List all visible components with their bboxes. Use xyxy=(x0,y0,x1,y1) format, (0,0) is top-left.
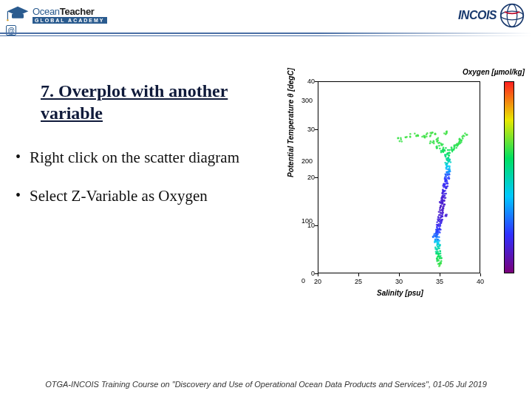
svg-point-383 xyxy=(449,152,451,154)
plot-area xyxy=(318,81,480,273)
svg-point-3 xyxy=(7,19,8,21)
incois-text: INCOIS xyxy=(458,9,497,22)
svg-point-231 xyxy=(438,248,440,250)
slide-footer: OTGA-INCOIS Training Course on "Discover… xyxy=(0,380,532,389)
svg-point-293 xyxy=(441,197,443,200)
svg-point-170 xyxy=(429,135,432,137)
svg-point-396 xyxy=(459,140,461,143)
svg-point-6 xyxy=(507,4,517,27)
svg-point-309 xyxy=(445,183,447,185)
svg-point-282 xyxy=(439,208,441,211)
svg-point-284 xyxy=(440,205,443,207)
svg-point-182 xyxy=(399,140,401,143)
gradcap-icon: @ xyxy=(6,4,30,25)
svg-point-388 xyxy=(457,145,459,147)
svg-point-150 xyxy=(448,154,450,157)
svg-point-168 xyxy=(436,138,438,140)
x-tick-label: 40 xyxy=(477,278,484,285)
svg-point-329 xyxy=(446,171,449,173)
svg-point-412 xyxy=(442,200,444,202)
colorbar-tick-label: 100 xyxy=(301,217,318,225)
svg-point-173 xyxy=(426,134,428,136)
colorbar-tick-label: 300 xyxy=(301,97,318,104)
svg-point-353 xyxy=(440,151,443,154)
svg-point-334 xyxy=(449,167,451,169)
colorbar-tick-label: 200 xyxy=(301,157,318,165)
incois-logo: INCOIS xyxy=(458,3,525,28)
x-tick-label: 30 xyxy=(395,278,403,285)
svg-point-186 xyxy=(397,137,399,140)
list-item: Select Z-Variable as Oxygen xyxy=(13,186,279,205)
svg-point-345 xyxy=(447,157,449,160)
svg-point-413 xyxy=(440,201,443,203)
svg-point-225 xyxy=(437,253,440,255)
svg-point-184 xyxy=(400,137,402,140)
svg-point-16 xyxy=(439,258,441,260)
svg-point-354 xyxy=(443,151,445,153)
y-tick-label: 40 xyxy=(304,78,315,85)
svg-point-30 xyxy=(435,251,437,253)
svg-point-52 xyxy=(439,232,441,234)
svg-point-414 xyxy=(441,203,443,205)
svg-point-216 xyxy=(440,262,442,264)
svg-point-348 xyxy=(445,155,447,157)
svg-point-224 xyxy=(439,250,441,252)
svg-point-192 xyxy=(451,148,453,150)
svg-point-269 xyxy=(437,218,439,220)
svg-point-401 xyxy=(435,229,437,231)
svg-point-233 xyxy=(434,247,437,249)
svg-point-204 xyxy=(459,138,461,140)
svg-point-70 xyxy=(440,216,442,219)
svg-point-366 xyxy=(432,142,434,144)
svg-point-363 xyxy=(429,140,432,143)
svg-point-120 xyxy=(448,176,450,178)
svg-point-311 xyxy=(447,185,449,188)
svg-point-306 xyxy=(443,190,446,192)
svg-point-210 xyxy=(463,135,466,137)
chart-title: Oxygen [µmol/kg] xyxy=(463,68,525,76)
svg-point-375 xyxy=(409,136,412,138)
svg-point-418 xyxy=(433,234,435,236)
oceanteacher-logo: @ OceanTeacher GLOBAL ACADEMY xyxy=(6,4,107,25)
y-tick-label: 20 xyxy=(304,174,315,181)
svg-point-239 xyxy=(434,240,436,242)
svg-point-264 xyxy=(438,223,440,225)
svg-point-228 xyxy=(435,253,437,255)
svg-point-226 xyxy=(437,250,439,253)
svg-point-276 xyxy=(440,212,442,214)
svg-point-308 xyxy=(445,186,447,188)
svg-point-382 xyxy=(451,149,454,151)
svg-point-84 xyxy=(440,207,442,209)
svg-point-342 xyxy=(449,159,451,161)
svg-point-386 xyxy=(455,147,457,149)
svg-point-24 xyxy=(440,255,442,257)
svg-point-177 xyxy=(417,134,420,137)
svg-point-420 xyxy=(436,233,438,235)
svg-point-263 xyxy=(440,222,442,225)
svg-point-330 xyxy=(449,171,451,173)
svg-point-323 xyxy=(446,174,449,176)
svg-point-432 xyxy=(445,134,447,136)
colorbar-tick-label: 0 xyxy=(301,277,318,284)
svg-point-4 xyxy=(501,4,524,27)
svg-point-156 xyxy=(443,147,445,149)
y-tick-label: 30 xyxy=(304,126,315,133)
slide-header: @ OceanTeacher GLOBAL ACADEMY INCOIS xyxy=(0,0,532,41)
svg-point-5 xyxy=(501,11,524,20)
svg-point-360 xyxy=(436,147,438,149)
svg-point-372 xyxy=(424,135,426,137)
svg-point-243 xyxy=(438,236,440,239)
svg-point-161 xyxy=(437,142,440,144)
svg-point-178 xyxy=(414,132,416,134)
svg-point-365 xyxy=(429,143,432,145)
svg-point-312 xyxy=(443,183,445,185)
oceanteacher-text: OceanTeacher xyxy=(33,7,107,16)
scatter-points xyxy=(318,82,481,274)
svg-point-286 xyxy=(444,203,446,205)
svg-point-377 xyxy=(409,133,412,135)
svg-rect-1 xyxy=(12,13,24,18)
svg-point-408 xyxy=(444,215,446,217)
svg-point-273 xyxy=(442,214,444,216)
svg-point-389 xyxy=(454,148,456,150)
svg-point-355 xyxy=(438,145,440,147)
